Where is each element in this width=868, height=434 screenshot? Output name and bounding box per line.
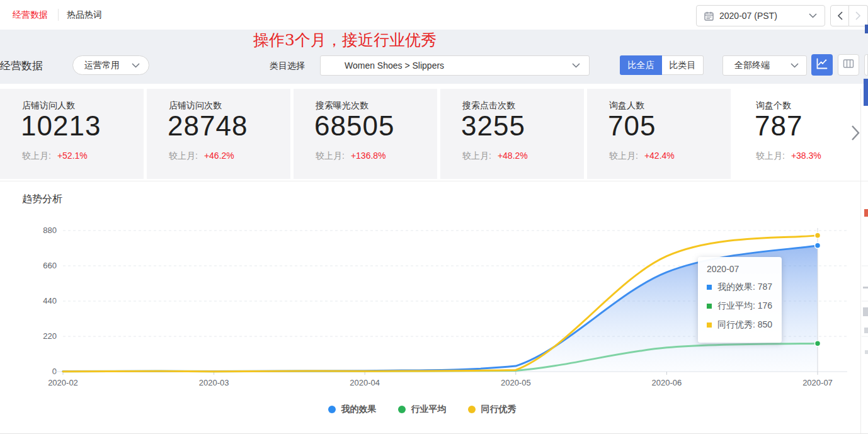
stat-change: 较上月:+136.8% (316, 151, 386, 162)
table-view-button[interactable] (838, 54, 859, 76)
series-marker-mine (707, 285, 712, 290)
columns-table-icon (842, 57, 855, 72)
legend-dot-icon (398, 406, 406, 413)
stat-change: 较上月:+48.2% (462, 151, 528, 162)
section-title: 经营数据 (0, 59, 43, 73)
prev-month-button[interactable] (830, 5, 849, 26)
tab-divider (58, 9, 59, 21)
svg-text:660: 660 (43, 261, 57, 270)
tooltip-item: 同行优秀: 850 (707, 316, 773, 334)
stat-card-impressions[interactable]: 搜索曝光次数 68505 较上月:+136.8% (294, 89, 437, 179)
stat-value: 28748 (168, 110, 248, 142)
svg-text:2020-05: 2020-05 (501, 378, 531, 387)
tooltip-item: 行业平均: 176 (707, 297, 773, 316)
svg-text:2020-07: 2020-07 (802, 378, 833, 387)
stat-change: 较上月:+38.3% (756, 151, 821, 162)
svg-text:2020-04: 2020-04 (350, 378, 380, 387)
edge-fragment (864, 209, 868, 217)
right-edge-divider (860, 89, 861, 434)
annotation-note: 操作3个月，接近行业优秀 (253, 30, 437, 50)
stat-change: 较上月:+42.4% (609, 151, 675, 162)
stat-change: 较上月:+52.1% (22, 151, 88, 162)
svg-text:2020-02: 2020-02 (48, 378, 78, 387)
month-picker[interactable]: 2020-07 (PST) (696, 5, 825, 26)
month-nav (830, 5, 868, 26)
tab-business-data[interactable]: 经营数据 (13, 9, 48, 21)
stat-cards-row: 店铺访问人数 10213 较上月:+52.1% 店铺访问次数 28748 较上月… (0, 89, 868, 179)
svg-text:2020-06: 2020-06 (652, 378, 682, 387)
preset-dropdown-value: 运营常用 (84, 60, 120, 71)
line-chart-view-button[interactable] (811, 54, 833, 76)
series-marker-industry-best (707, 323, 712, 328)
stat-value: 10213 (21, 110, 101, 142)
compare-category-button[interactable]: 比类目 (662, 55, 704, 75)
top-header: 经营数据 热品热词 2020-07 (PST) (0, 0, 868, 30)
terminal-dropdown[interactable]: 全部终端 (722, 55, 807, 76)
legend-label: 同行优秀 (481, 404, 517, 415)
category-dropdown[interactable]: Women Shoes > Slippers (320, 55, 590, 76)
svg-text:440: 440 (43, 296, 57, 306)
stat-value: 68505 (314, 110, 394, 142)
stat-card-visits[interactable]: 店铺访问次数 28748 较上月:+46.2% (147, 89, 290, 179)
compare-toggle: 比全店 比类目 (620, 55, 704, 75)
category-dropdown-value: Women Shoes > Slippers (345, 60, 444, 71)
svg-text:220: 220 (43, 331, 57, 341)
extra-view-button[interactable] (864, 54, 868, 76)
filters-toolbar: 操作3个月，接近行业优秀 经营数据 运营常用 类目选择 Women Shoes … (0, 30, 868, 84)
stat-card-clicks[interactable]: 搜索点击次数 3255 较上月:+48.2% (440, 89, 584, 179)
stat-value: 705 (608, 110, 656, 142)
svg-text:2020-03: 2020-03 (199, 378, 229, 387)
month-picker-value: 2020-07 (PST) (719, 11, 777, 21)
chevron-down-icon (791, 63, 799, 68)
stat-card-inquiries[interactable]: 询盘个数 787 较上月:+38.3% (734, 89, 841, 179)
cards-next-button[interactable] (841, 89, 860, 179)
edge-fragment (863, 307, 868, 316)
chevron-down-icon (809, 13, 817, 18)
legend-label: 行业平均 (411, 404, 447, 415)
legend-item[interactable]: 同行优秀 (468, 404, 517, 415)
chart-legend: 我的效果行业平均同行优秀 (0, 404, 844, 415)
legend-label: 我的效果 (341, 404, 377, 415)
stat-card-visitors[interactable]: 店铺访问人数 10213 较上月:+52.1% (0, 89, 144, 179)
tooltip-title: 2020-07 (707, 264, 773, 274)
edge-fragment (864, 79, 868, 106)
series-marker-industry-avg (707, 304, 712, 309)
tab-hot-keywords[interactable]: 热品热词 (67, 9, 102, 21)
calendar-icon (704, 11, 714, 21)
chart-tooltip: 2020-07 我的效果: 787 行业平均: 176 同行优秀: 850 (698, 257, 782, 343)
chevron-down-icon (132, 63, 140, 68)
legend-item[interactable]: 我的效果 (328, 404, 377, 415)
edge-fragment (865, 350, 868, 354)
line-chart-icon (816, 57, 828, 72)
edge-fragment (865, 25, 868, 33)
edge-fragment (863, 287, 868, 288)
legend-item[interactable]: 行业平均 (398, 404, 447, 415)
stat-value: 3255 (461, 110, 525, 142)
chevron-down-icon (572, 63, 580, 68)
preset-dropdown[interactable]: 运营常用 (72, 55, 149, 75)
stat-card-inquirers[interactable]: 询盘人数 705 较上月:+42.4% (587, 89, 731, 179)
next-month-button[interactable] (849, 5, 868, 26)
terminal-dropdown-value: 全部终端 (734, 60, 770, 71)
chevron-right-icon (851, 125, 860, 144)
stat-value: 787 (755, 110, 802, 142)
category-label: 类目选择 (270, 60, 305, 72)
svg-text:880: 880 (43, 226, 57, 235)
compare-whole-shop-button[interactable]: 比全店 (620, 55, 662, 75)
legend-dot-icon (328, 406, 336, 413)
stat-change: 较上月:+46.2% (169, 151, 234, 162)
seller-analytics-dashboard: 经营数据 热品热词 2020-07 (PST) 操作3个月，接近行业优秀 经营数… (0, 0, 868, 434)
tooltip-item: 我的效果: 787 (707, 278, 773, 297)
edge-fragment (864, 328, 868, 333)
legend-dot-icon (468, 406, 476, 413)
